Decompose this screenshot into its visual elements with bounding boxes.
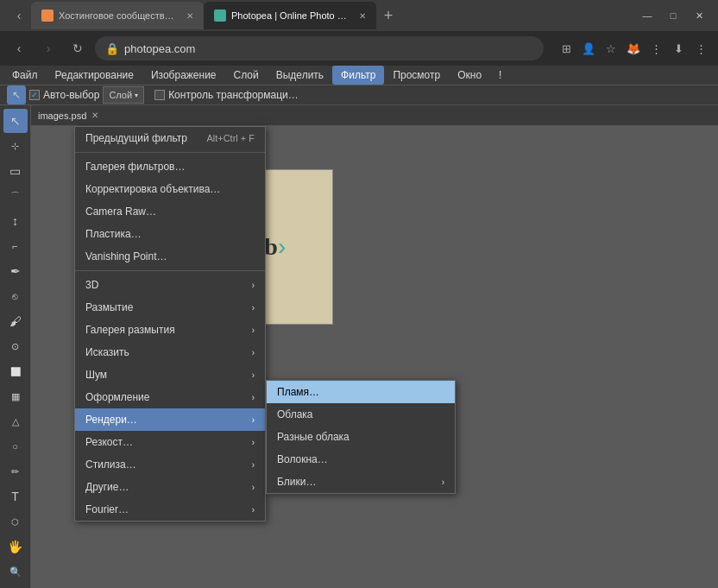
- lens-flare-item[interactable]: Блики… ›: [267, 471, 455, 493]
- 3d-label: 3D: [85, 279, 98, 291]
- hosting-tab-label: Хостинговое сообщество «Ti…: [59, 10, 178, 21]
- lens-flare-label: Блики…: [277, 476, 316, 488]
- tool-zoom[interactable]: 🔍: [3, 560, 28, 584]
- flame-label: Пламя…: [277, 386, 319, 398]
- liquify-item[interactable]: Пластика…: [75, 223, 265, 245]
- distort-item[interactable]: Исказить ›: [75, 341, 265, 364]
- lens-flare-arrow: ›: [442, 477, 444, 487]
- auto-select-checkbox[interactable]: [29, 90, 40, 100]
- tool-gradient[interactable]: ▦: [3, 384, 28, 408]
- address-bar[interactable]: 🔒 photopea.com: [95, 36, 544, 60]
- canvas-tab-label: images.psd: [38, 111, 86, 121]
- filter-menu-item-previous[interactable]: Предыдущий фильтр Alt+Ctrl + F: [75, 127, 265, 149]
- blur-gallery-label: Галерея размытия: [85, 324, 175, 336]
- maximize-button[interactable]: □: [661, 3, 685, 28]
- auto-select-item: Авто-выбор: [29, 89, 99, 101]
- close-button[interactable]: ✕: [687, 3, 711, 28]
- flame-item[interactable]: Пламя…: [267, 381, 455, 403]
- tool-text[interactable]: T: [3, 484, 28, 509]
- tool-transform[interactable]: ↕: [3, 209, 28, 233]
- browser-back-btn[interactable]: ‹: [7, 3, 31, 28]
- photopea-tab-label: Photopea | Online Photo Editor: [231, 10, 350, 21]
- photopea-tab-close[interactable]: ✕: [359, 11, 366, 21]
- fibers-item[interactable]: Волокна…: [267, 448, 455, 471]
- 3d-item[interactable]: 3D ›: [75, 274, 265, 296]
- menu-edit[interactable]: Редактирование: [47, 66, 142, 85]
- layer-dropdown[interactable]: Слой ▾: [103, 86, 144, 104]
- sharpen-arrow: ›: [252, 438, 255, 447]
- tool-pen[interactable]: ✏: [3, 459, 28, 484]
- camera-raw-item[interactable]: Camera Raw…: [75, 200, 265, 223]
- transform-checkbox[interactable]: [154, 90, 165, 100]
- tool-select[interactable]: ⊹: [3, 134, 28, 158]
- other-item[interactable]: Другие… ›: [75, 476, 265, 498]
- hosting-tab-close[interactable]: ✕: [186, 11, 193, 21]
- clouds-item[interactable]: Облака: [267, 403, 455, 426]
- profile-icon[interactable]: 👤: [578, 38, 599, 59]
- menu-file[interactable]: Файл: [3, 66, 47, 85]
- render-item[interactable]: Рендери… ›: [75, 408, 265, 431]
- tab-photopea[interactable]: Photopea | Online Photo Editor ✕: [204, 2, 376, 29]
- download-icon[interactable]: ⬇: [668, 38, 689, 59]
- tool-brush[interactable]: 🖌: [3, 309, 28, 333]
- tool-dodge[interactable]: ○: [3, 434, 28, 458]
- fibers-label: Волокна…: [277, 453, 328, 465]
- menu-filter[interactable]: Фильтр: [332, 66, 384, 85]
- sharpen-label: Резкост…: [85, 436, 133, 448]
- tool-marquee[interactable]: ▭: [3, 159, 28, 183]
- menu-view[interactable]: Просмотр: [384, 66, 449, 85]
- filter-gallery-item[interactable]: Галерея фильтров…: [75, 155, 265, 178]
- blur-gallery-arrow: ›: [252, 326, 255, 335]
- tool-clone[interactable]: ⊙: [3, 334, 28, 358]
- menu-icon[interactable]: ⋮: [646, 38, 666, 59]
- tool-eraser[interactable]: ⬜: [3, 359, 28, 383]
- tool-hand[interactable]: 🖐: [3, 534, 28, 559]
- back-button[interactable]: ‹: [7, 36, 31, 60]
- tab-hosting[interactable]: Хостинговое сообщество «Ti… ✕: [31, 2, 204, 29]
- tool-blur[interactable]: △: [3, 409, 28, 433]
- workspace: ↖ ⊹ ▭ ⌒ ↕ ⌐ ✒ ⎋ 🖌 ⊙ ⬜ ▦ △ ○ ✏ T ⬡ 🖐 🔍: [0, 105, 718, 588]
- noise-arrow: ›: [252, 370, 255, 380]
- sharpen-item[interactable]: Резкост… ›: [75, 431, 265, 453]
- stylize2-item[interactable]: Стилиза… ›: [75, 453, 265, 476]
- fourier-arrow: ›: [252, 505, 255, 515]
- stylize-label: Оформление: [85, 391, 149, 403]
- photopea-tab-icon: [214, 9, 226, 22]
- menu-layer[interactable]: Слой: [225, 66, 268, 85]
- tool-patch[interactable]: ⎋: [3, 284, 28, 308]
- filter-main-menu: Предыдущий фильтр Alt+Ctrl + F Галерея ф…: [74, 126, 266, 522]
- render-arrow: ›: [252, 415, 255, 425]
- blur-item[interactable]: Размытие ›: [75, 296, 265, 319]
- move-tool-icon[interactable]: ↖: [7, 85, 26, 104]
- menu-help[interactable]: !: [490, 66, 510, 85]
- vanishing-point-item[interactable]: Vanishing Point…: [75, 245, 265, 268]
- options-bar: ↖ Авто-выбор Слой ▾ Контроль трансформац…: [0, 85, 718, 105]
- bookmark-icon[interactable]: ☆: [601, 38, 621, 59]
- distort-label: Исказить: [85, 346, 129, 358]
- blur-gallery-item[interactable]: Галерея размытия ›: [75, 319, 265, 341]
- stylize-arrow: ›: [252, 393, 255, 402]
- tool-move[interactable]: ↖: [3, 109, 28, 133]
- refresh-button[interactable]: ↻: [66, 36, 90, 60]
- minimize-button[interactable]: —: [635, 3, 659, 28]
- fourier-item[interactable]: Fourier… ›: [75, 498, 265, 521]
- menu-bar: Файл Редактирование Изображение Слой Выд…: [0, 66, 718, 85]
- menu-image[interactable]: Изображение: [142, 66, 225, 85]
- extensions-icon[interactable]: ⊞: [556, 38, 576, 59]
- tool-path[interactable]: ⬡: [3, 509, 28, 534]
- lens-correction-item[interactable]: Корректировка объектива…: [75, 178, 265, 200]
- menu-window[interactable]: Окно: [449, 66, 490, 85]
- forward-button[interactable]: ›: [36, 36, 60, 60]
- tool-lasso[interactable]: ⌒: [3, 184, 28, 208]
- diff-clouds-item[interactable]: Разные облака: [267, 426, 455, 448]
- canvas-content: timeweb › Предыдущий фильтр Alt+Ctrl + F…: [31, 126, 718, 588]
- menu-select[interactable]: Выделить: [268, 66, 332, 85]
- canvas-tab-close-btn[interactable]: ✕: [91, 111, 98, 120]
- more-icon[interactable]: ⋮: [690, 38, 711, 59]
- new-tab-button[interactable]: +: [376, 3, 400, 28]
- tool-eyedropper[interactable]: ✒: [3, 259, 28, 283]
- tool-crop[interactable]: ⌐: [3, 234, 28, 258]
- stylize-item[interactable]: Оформление ›: [75, 386, 265, 408]
- noise-item[interactable]: Шум ›: [75, 364, 265, 386]
- fox-icon[interactable]: 🦊: [623, 38, 644, 59]
